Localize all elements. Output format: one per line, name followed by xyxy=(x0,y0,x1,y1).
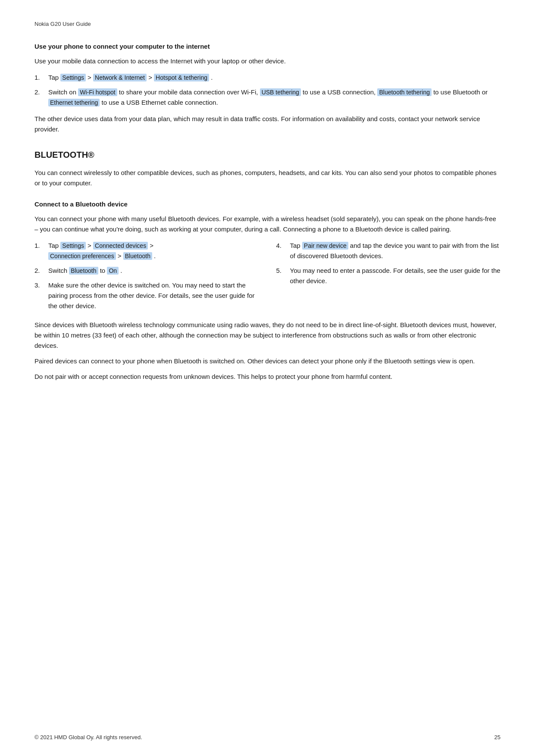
section1-steps: 1. Tap Settings > Network & Internet > H… xyxy=(34,72,501,108)
step-1: 1. Tap Settings > Network & Internet > H… xyxy=(34,72,501,83)
footer-copyright: © 2021 HMD Global Oy. All rights reserve… xyxy=(34,734,142,740)
bluetooth-para-3: Do not pair with or accept connection re… xyxy=(34,372,501,382)
bt-step-4-num: 4. xyxy=(276,241,290,261)
wifi-hotspot-highlight: Wi-Fi hotspot xyxy=(78,88,117,96)
settings-highlight: Settings xyxy=(60,74,86,81)
bluetooth-subsection-intro: You can connect your phone with many use… xyxy=(34,214,501,234)
header-title: Nokia G20 User Guide xyxy=(34,21,501,27)
bt-step-5-num: 5. xyxy=(276,266,290,286)
bt-step-2-num: 2. xyxy=(34,266,48,276)
bt-step-1-content: Tap Settings > Connected devices >Connec… xyxy=(48,241,259,261)
bluetooth-tethering-highlight: Bluetooth tethering xyxy=(377,88,432,96)
bt-step-4: 4. Tap Pair new device and tap the devic… xyxy=(276,241,501,261)
bluetooth-right-steps: 4. Tap Pair new device and tap the devic… xyxy=(276,241,501,316)
bt-step-3-content: Make sure the other device is switched o… xyxy=(48,280,259,311)
bt-step-1: 1. Tap Settings > Connected devices >Con… xyxy=(34,241,259,261)
section1-note: The other device uses data from your dat… xyxy=(34,114,501,134)
bt-step-3: 3. Make sure the other device is switche… xyxy=(34,280,259,311)
bt-step-3-num: 3. xyxy=(34,280,48,311)
bt-connection-prefs-highlight: Connection preferences xyxy=(48,252,116,260)
bluetooth-left-steps: 1. Tap Settings > Connected devices >Con… xyxy=(34,241,259,316)
footer: © 2021 HMD Global Oy. All rights reserve… xyxy=(34,734,501,740)
bt-connected-devices-highlight: Connected devices xyxy=(93,242,148,250)
ethernet-tethering-highlight: Ethernet tethering xyxy=(48,99,100,106)
section1-intro: Use your mobile data connection to acces… xyxy=(34,56,501,66)
network-internet-highlight: Network & Internet xyxy=(93,74,147,81)
right-step-list: 4. Tap Pair new device and tap the devic… xyxy=(276,241,501,286)
step-1-content: Tap Settings > Network & Internet > Hots… xyxy=(48,72,501,83)
hotspot-tethering-highlight: Hotspot & tethering xyxy=(154,74,209,81)
bluetooth-steps-container: 1. Tap Settings > Connected devices >Con… xyxy=(34,241,501,316)
bt-switch-highlight: Bluetooth xyxy=(69,267,98,275)
bluetooth-intro: You can connect wirelessly to other comp… xyxy=(34,168,501,188)
bt-step-2-content: Switch Bluetooth to On . xyxy=(48,266,259,276)
bt-step-1-num: 1. xyxy=(34,241,48,261)
step-2-num: 2. xyxy=(34,87,48,108)
section1-heading: Use your phone to connect your computer … xyxy=(34,43,501,50)
bluetooth-subsection-heading: Connect to a Bluetooth device xyxy=(34,200,501,208)
bt-settings-highlight: Settings xyxy=(60,242,86,250)
bluetooth-section-heading: BLUETOOTH® xyxy=(34,150,501,160)
step-2: 2. Switch on Wi-Fi hotspot to share your… xyxy=(34,87,501,108)
bt-step-4-content: Tap Pair new device and tap the device y… xyxy=(290,241,501,261)
bt-pair-new-highlight: Pair new device xyxy=(302,242,348,250)
bt-step-5-content: You may need to enter a passcode. For de… xyxy=(290,266,501,286)
bt-step-5: 5. You may need to enter a passcode. For… xyxy=(276,266,501,286)
usb-tethering-highlight: USB tethering xyxy=(260,88,301,96)
bt-on-highlight: On xyxy=(107,267,119,275)
footer-page-num: 25 xyxy=(494,734,501,740)
bluetooth-para-1: Since devices with Bluetooth wireless te… xyxy=(34,320,501,351)
step-1-num: 1. xyxy=(34,72,48,83)
bluetooth-para-2: Paired devices can connect to your phone… xyxy=(34,356,501,366)
page: Nokia G20 User Guide Use your phone to c… xyxy=(0,0,535,756)
bt-step-2: 2. Switch Bluetooth to On . xyxy=(34,266,259,276)
step-2-content: Switch on Wi-Fi hotspot to share your mo… xyxy=(48,87,501,108)
left-step-list: 1. Tap Settings > Connected devices >Con… xyxy=(34,241,259,311)
bt-bluetooth-highlight: Bluetooth xyxy=(123,252,152,260)
